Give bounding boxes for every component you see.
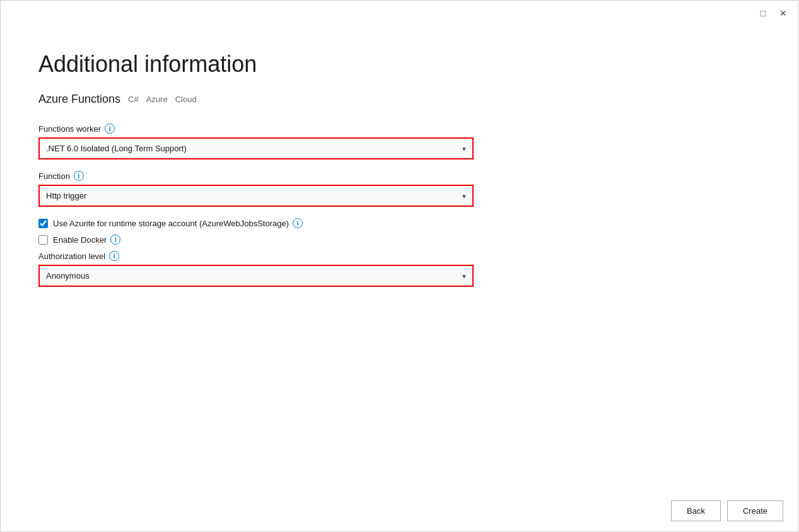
functions-worker-label: Functions worker i bbox=[38, 124, 761, 134]
tag-cloud: Cloud bbox=[175, 95, 197, 104]
create-button[interactable]: Create bbox=[727, 500, 783, 521]
use-azurite-checkbox[interactable] bbox=[38, 219, 48, 228]
enable-docker-row: Enable Docker i bbox=[38, 234, 761, 245]
subtitle-main: Azure Functions bbox=[38, 93, 120, 106]
function-group: Function i Http trigger Timer trigger Qu… bbox=[38, 171, 761, 207]
functions-worker-group: Functions worker i .NET 6.0 Isolated (Lo… bbox=[38, 124, 761, 159]
footer: Back Create bbox=[1, 490, 798, 531]
subtitle-row: Azure Functions C# Azure Cloud bbox=[38, 93, 761, 106]
functions-worker-select[interactable]: .NET 6.0 Isolated (Long Term Support) .N… bbox=[38, 137, 474, 159]
authorization-level-info-icon[interactable]: i bbox=[109, 251, 119, 261]
use-azurite-label: Use Azurite for runtime storage account … bbox=[53, 218, 303, 228]
page-title: Additional information bbox=[38, 51, 761, 78]
use-azurite-row: Use Azurite for runtime storage account … bbox=[38, 218, 761, 228]
function-select-wrapper: Http trigger Timer trigger Queue trigger… bbox=[38, 185, 474, 207]
function-label: Function i bbox=[38, 171, 761, 181]
back-button[interactable]: Back bbox=[671, 500, 721, 521]
enable-docker-checkbox[interactable] bbox=[38, 235, 48, 245]
function-info-icon[interactable]: i bbox=[74, 171, 84, 181]
functions-worker-info-icon[interactable]: i bbox=[105, 124, 115, 134]
authorization-level-select[interactable]: Anonymous Function Admin bbox=[38, 265, 474, 287]
title-bar: □ ✕ bbox=[1, 1, 798, 26]
authorization-level-select-wrapper: Anonymous Function Admin ▼ bbox=[38, 265, 474, 287]
enable-docker-info-icon[interactable]: i bbox=[110, 234, 120, 245]
use-azurite-info-icon[interactable]: i bbox=[293, 218, 303, 228]
tag-azure: Azure bbox=[146, 95, 168, 104]
function-select[interactable]: Http trigger Timer trigger Queue trigger bbox=[38, 185, 474, 207]
functions-worker-select-wrapper: .NET 6.0 Isolated (Long Term Support) .N… bbox=[38, 137, 474, 159]
maximize-button[interactable]: □ bbox=[755, 6, 771, 21]
authorization-level-group: Authorization level i Anonymous Function… bbox=[38, 251, 761, 287]
close-button[interactable]: ✕ bbox=[776, 6, 791, 21]
main-content: Additional information Azure Functions C… bbox=[1, 26, 798, 490]
tag-csharp: C# bbox=[128, 95, 139, 104]
enable-docker-label: Enable Docker i bbox=[53, 234, 120, 245]
main-window: □ ✕ Additional information Azure Functio… bbox=[0, 0, 799, 532]
authorization-level-label: Authorization level i bbox=[38, 251, 761, 261]
